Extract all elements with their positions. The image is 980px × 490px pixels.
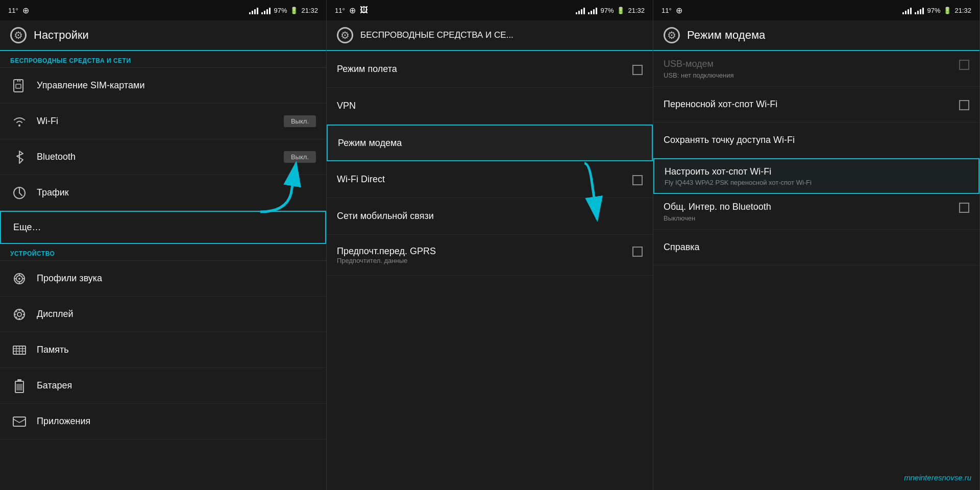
panel-2: 11° ⊕ 🖼 97% 🔋 21:32 БЕСПРОВОДНЫЕ С <box>327 0 653 490</box>
settings-item-sound[interactable]: Профили звука <box>0 261 326 297</box>
status-bar-1: 11° ⊕ 97% 🔋 21:32 <box>0 0 326 20</box>
section-wireless: БЕСПРОВОДНЫЕ СРЕДСТВА И СЕТИ <box>0 51 326 68</box>
temp-2: 11° <box>335 7 345 14</box>
time-2: 21:32 <box>628 7 645 14</box>
status-right-3: 97% 🔋 21:32 <box>902 6 971 14</box>
svg-line-23 <box>22 310 23 311</box>
sim-label: Управление SIM-картами <box>37 80 316 91</box>
status-left-1: 11° ⊕ <box>8 6 29 15</box>
memory-icon <box>10 345 29 356</box>
svg-point-16 <box>17 312 21 316</box>
circle-icon-3: ⊕ <box>676 6 682 15</box>
bluetooth-toggle[interactable]: Выкл. <box>284 151 316 163</box>
mobile-label: Сети мобильной связи <box>337 211 643 222</box>
wifi-toggle[interactable]: Выкл. <box>284 115 316 127</box>
battery-icon <box>10 379 29 393</box>
signal-icon-2 <box>261 6 271 14</box>
bluetooth-icon <box>10 150 29 164</box>
settings-item-memory[interactable]: Память <box>0 332 326 368</box>
display-icon <box>10 308 29 321</box>
settings-item-mobile[interactable]: Сети мобильной связи <box>327 198 653 235</box>
app-title-1: Настройки <box>34 29 89 42</box>
svg-line-7 <box>19 193 22 195</box>
vpn-label: VPN <box>337 101 643 111</box>
battery-icon-1: 🔋 <box>290 7 298 14</box>
settings-item-bt-share[interactable]: Общ. Интер. по Bluetooth Выключен <box>653 194 979 230</box>
airplane-label: Режим полета <box>337 64 632 75</box>
apps-label: Приложения <box>37 416 316 427</box>
panel-1: 11° ⊕ 97% 🔋 21:32 Настройки БЕСП <box>0 0 327 490</box>
temp-1: 11° <box>8 7 18 14</box>
traffic-label: Трафик <box>37 187 316 198</box>
app-title-2: БЕСПРОВОДНЫЕ СРЕДСТВА И СЕ... <box>360 30 513 40</box>
svg-line-21 <box>16 310 17 311</box>
more-label: Еще… <box>11 222 315 233</box>
settings-item-airplane[interactable]: Режим полета <box>327 51 653 88</box>
gprs-subtitle: Предпочтител. данные <box>337 257 407 264</box>
settings-item-configure-hotspot[interactable]: Настроить хот-спот Wi-Fi Fly IQ443 WPA2 … <box>653 158 979 194</box>
status-left-3: 11° ⊕ <box>662 6 682 15</box>
settings-item-traffic[interactable]: Трафик <box>0 175 326 211</box>
battery-icon-2: 🔋 <box>617 7 625 14</box>
wifidirect-checkbox[interactable] <box>632 175 643 185</box>
display-label: Дисплей <box>37 309 316 320</box>
status-right-2: 97% 🔋 21:32 <box>576 6 645 14</box>
settings-item-help[interactable]: Справка <box>653 230 979 265</box>
configure-hotspot-subtitle: Fly IQ443 WPA2 PSK переносной хот-спот W… <box>665 179 968 186</box>
signal-icon-6 <box>915 6 924 14</box>
settings-item-gprs[interactable]: Предпочт.перед. GPRS Предпочтител. данны… <box>327 235 653 276</box>
settings-item-vpn[interactable]: VPN <box>327 88 653 125</box>
usb-title: USB-модем <box>664 59 714 69</box>
settings-item-apps[interactable]: Приложения <box>0 404 326 439</box>
settings-item-sim[interactable]: Управление SIM-картами <box>0 68 326 104</box>
battery-icon-3: 🔋 <box>943 7 951 14</box>
app-bar-1: Настройки <box>0 20 326 51</box>
usb-checkbox[interactable] <box>959 60 969 70</box>
settings-item-display[interactable]: Дисплей <box>0 297 326 332</box>
bt-share-title: Общ. Интер. по Bluetooth <box>664 202 771 212</box>
circle-icon-2: ⊕ <box>349 6 356 15</box>
svg-line-22 <box>22 316 23 317</box>
signal-icon-3 <box>576 6 585 14</box>
settings-item-more[interactable]: Еще… <box>0 211 326 244</box>
bt-share-subtitle: Выключен <box>664 214 969 222</box>
settings-item-battery[interactable]: Батарея <box>0 368 326 404</box>
settings-item-bluetooth[interactable]: Bluetooth Выкл. <box>0 139 326 175</box>
battery-pct-2: 97% <box>600 7 614 14</box>
section-device: УСТРОЙСТВО <box>0 244 326 261</box>
help-title: Справка <box>664 242 969 253</box>
gear-icon-1 <box>10 27 27 43</box>
app-bar-3: Режим модема <box>653 20 979 51</box>
airplane-checkbox[interactable] <box>632 65 643 75</box>
signal-icon-5 <box>902 6 912 14</box>
settings-item-wifidirect[interactable]: Wi-Fi Direct <box>327 161 653 198</box>
svg-rect-34 <box>13 417 26 426</box>
traffic-icon <box>10 186 29 200</box>
status-left-2: 11° ⊕ 🖼 <box>335 6 368 15</box>
settings-item-wifi[interactable]: Wi-Fi Выкл. <box>0 104 326 139</box>
gprs-checkbox[interactable] <box>632 247 643 257</box>
app-title-3: Режим модема <box>687 29 765 42</box>
sound-icon <box>10 272 29 285</box>
time-1: 21:32 <box>301 7 318 14</box>
settings-item-modem[interactable]: Режим модема <box>327 125 653 161</box>
settings-item-save-hotspot[interactable]: Сохранять точку доступа Wi-Fi <box>653 122 979 158</box>
battery-pct-1: 97% <box>274 7 287 14</box>
svg-point-10 <box>18 278 20 280</box>
svg-rect-32 <box>17 379 21 381</box>
settings-item-hotspot-wifi[interactable]: Переносной хот-спот Wi-Fi <box>653 87 979 122</box>
svg-rect-33 <box>16 384 22 390</box>
sim-icon <box>10 79 29 92</box>
time-3: 21:32 <box>954 7 971 14</box>
usb-subtitle: USB: нет подключения <box>664 71 969 79</box>
sound-label: Профили звука <box>37 273 316 284</box>
status-bar-2: 11° ⊕ 🖼 97% 🔋 21:32 <box>327 0 653 20</box>
gprs-label: Предпочт.перед. GPRS <box>337 246 632 257</box>
bt-share-checkbox[interactable] <box>959 203 969 213</box>
settings-item-usb[interactable]: USB-модем USB: нет подключения <box>653 51 979 87</box>
configure-hotspot-title: Настроить хот-спот Wi-Fi <box>665 166 968 177</box>
hotspot-wifi-checkbox[interactable] <box>959 100 969 110</box>
panel-3: 11° ⊕ 97% 🔋 21:32 Режим модема <box>653 0 980 490</box>
wifi-label: Wi-Fi <box>37 116 284 127</box>
circle-icon-1: ⊕ <box>22 6 29 15</box>
